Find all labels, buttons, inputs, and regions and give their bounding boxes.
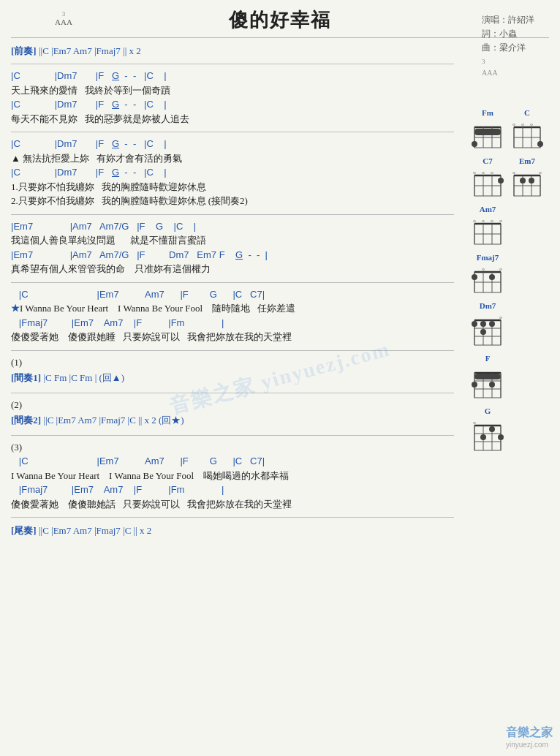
chord-row-2: C7 o o o: [472, 156, 543, 199]
chord-row-6: F: [472, 354, 543, 401]
svg-point-99: [498, 434, 504, 440]
section-divider-4: [11, 282, 454, 283]
verse1-chord2: |C |Dm7 |F G - - |C |: [11, 97, 454, 112]
svg-point-19: [537, 141, 543, 147]
chord-fm: Fm: [472, 108, 504, 151]
interlude2-section: (2) [間奏2] ||C |Em7 Am7 |Fmaj7 |C || x 2 …: [11, 398, 454, 429]
section3-lyric2: 傻傻愛著她 傻傻聽她話 只要妳說可以 我會把妳放在我的天堂裡: [11, 497, 454, 512]
bridge-chord1: |Em7 |Am7 Am7/G |F G |C |: [11, 219, 454, 234]
verse2-chord2: |C |Dm7 |F G - - |C |: [11, 165, 454, 180]
svg-point-75: [489, 321, 495, 327]
prelude-section: [前奏] ||C |Em7 Am7 |Fmaj7 || x 2: [11, 42, 454, 59]
chorus: |C |Em7 Am7 |F G |C C7| ★I Wanna Be Your…: [11, 287, 454, 344]
bridge-chord2: |Em7 |Am7 Am7/G |F Dm7 Em7 F G - - |: [11, 248, 454, 262]
chord-c7: C7 o o o: [472, 156, 504, 199]
chorus-lyric2: 傻傻愛著她 傻傻跟她睡 只要妳說可以 我會把妳放在我的天堂裡: [11, 330, 454, 344]
svg-rect-89: [474, 426, 501, 450]
svg-point-74: [480, 321, 486, 327]
prelude-line: [前奏] ||C |Em7 Am7 |Fmaj7 || x 2: [11, 42, 454, 59]
bridge-lyric2: 真希望有個人來管管我的命 只准妳有這個權力: [11, 262, 454, 276]
section3: (3) |C |Em7 Am7 |F G |C C7| I Wanna Be Y…: [11, 440, 454, 512]
dm7-diagram: o: [472, 311, 504, 348]
svg-point-8: [472, 141, 477, 147]
chorus-lyric1: ★I Wanna Be Your Heart I Wanna Be Your F…: [11, 301, 454, 316]
svg-point-30: [498, 178, 504, 184]
svg-point-76: [480, 329, 486, 335]
svg-point-86: [472, 382, 477, 388]
chord-f: F: [472, 354, 504, 401]
interlude1-section: (1) [間奏1] |C Fm |C Fm | (回▲): [11, 355, 454, 387]
chord-g: G o: [472, 407, 504, 453]
logo-main: 音樂之家: [506, 725, 553, 741]
verse2-lyric2: 1.只要妳不怕我纏妳 我的胸膛隨時歡迎妳休息: [11, 180, 454, 194]
bridge: |Em7 |Am7 Am7/G |F G |C | 我這個人善良單純沒問題 就是…: [11, 219, 454, 276]
svg-point-97: [480, 434, 486, 440]
interlude1-line: [間奏1] |C Fm |C Fm | (回▲): [11, 369, 454, 386]
outro-line: [尾奏] ||C |Em7 Am7 |Fmaj7 |C || x 2: [11, 522, 454, 539]
svg-point-73: [472, 321, 477, 327]
logo: 音樂之家 yinyuezj.com: [506, 725, 553, 749]
verse2-lyric3: 2.只要妳不怕我纏妳 我的胸膛隨時歡迎妳休息 (接間奏2): [11, 194, 454, 208]
section-divider-8: [11, 517, 454, 518]
svg-point-62: [472, 274, 477, 280]
section-divider-3: [11, 214, 454, 215]
fmaj7-diagram: o o: [472, 263, 504, 295]
chord-row-7: G o: [472, 407, 543, 453]
svg-rect-85: [474, 374, 501, 379]
verse-1: |C |Dm7 |F G - - |C | 天上飛來的愛情 我終於等到一個奇蹟 …: [11, 69, 454, 126]
verse1-lyric2: 每天不能不見妳 我的惡夢就是妳被人追去: [11, 112, 454, 126]
section-divider-2: [11, 132, 454, 132]
interlude1-num: (1): [11, 355, 454, 370]
svg-point-87: [489, 382, 495, 388]
aaa-top-left: 3 AAA: [55, 9, 72, 26]
svg-rect-65: [474, 320, 501, 345]
g-diagram: o: [472, 417, 504, 453]
am7-diagram: o o o o: [472, 215, 504, 247]
chord-am7: Am7 o o o o: [472, 205, 504, 247]
svg-point-63: [489, 274, 495, 280]
chord-c: C o o o: [511, 108, 543, 151]
c7-diagram: o o o: [472, 167, 504, 199]
page: 音樂之家 yinyuezj.com 3 AAA 傻的好幸福 演唱：許紹洋 詞：小…: [0, 0, 560, 756]
outro-section: [尾奏] ||C |Em7 Am7 |Fmaj7 |C || x 2: [11, 522, 454, 539]
f-diagram: [472, 364, 504, 401]
lyricist: 詞：小蟲: [482, 27, 534, 41]
section-divider-5: [11, 350, 454, 351]
section3-chord1: |C |Em7 Am7 |F G |C C7|: [11, 454, 454, 469]
c-diagram: o o o: [511, 118, 543, 151]
section-divider-6: [11, 393, 454, 393]
chord-row-5: Dm7 o: [472, 301, 543, 348]
song-title: 傻的好幸福: [11, 7, 549, 33]
svg-point-98: [489, 426, 495, 432]
section3-num: (3): [11, 440, 454, 455]
svg-rect-7: [474, 129, 501, 135]
interlude2-num: (2): [11, 398, 454, 412]
verse2-lyric1: ▲ 無法抗拒愛上妳 有妳才會有活的勇氣: [11, 151, 454, 166]
section-divider-7: [11, 435, 454, 436]
chord-em7: Em7 o o: [511, 156, 543, 199]
chord-row-3: Am7 o o o o: [472, 205, 543, 247]
svg-point-40: [520, 178, 526, 184]
main-content: Fm: [11, 42, 549, 540]
chord-dm7: Dm7 o: [472, 301, 504, 348]
bridge-lyric1: 我這個人善良單純沒問題 就是不懂甜言蜜語: [11, 233, 454, 248]
logo-sub: yinyuezj.com: [506, 741, 553, 749]
verse2-chord1: |C |Dm7 |F G - - |C |: [11, 137, 454, 151]
verse1-chord1: |C |Dm7 |F G - - |C |: [11, 69, 454, 83]
chorus-chord1: |C |Em7 Am7 |F G |C C7|: [11, 287, 454, 302]
fm-diagram: [472, 118, 504, 151]
section-divider-1: [11, 64, 454, 64]
title-area: 3 AAA 傻的好幸福 演唱：許紹洋 詞：小蟲 曲：梁介洋 3 AAA: [11, 7, 549, 33]
title-divider: [11, 37, 549, 38]
performer: 演唱：許紹洋: [482, 13, 534, 27]
chord-fmaj7: Fmaj7 o o: [472, 253, 504, 295]
verse1-lyric1: 天上飛來的愛情 我終於等到一個奇蹟: [11, 83, 454, 98]
svg-point-41: [529, 178, 534, 184]
chorus-chord2: |Fmaj7 |Em7 Am7 |F |Fm |: [11, 316, 454, 330]
content-left: [前奏] ||C |Em7 Am7 |Fmaj7 || x 2 |C |Dm7 …: [11, 42, 454, 540]
interlude2-line: [間奏2] ||C |Em7 Am7 |Fmaj7 |C || x 2 (回★): [11, 412, 454, 428]
section3-lyric1: I Wanna Be Your Heart I Wanna Be Your Fo…: [11, 469, 454, 483]
chord-row-4: Fmaj7 o o: [472, 253, 543, 295]
verse-2: |C |Dm7 |F G - - |C | ▲ 無法抗拒愛上妳 有妳才會有活的勇…: [11, 137, 454, 208]
em7-diagram: o o: [511, 167, 543, 199]
